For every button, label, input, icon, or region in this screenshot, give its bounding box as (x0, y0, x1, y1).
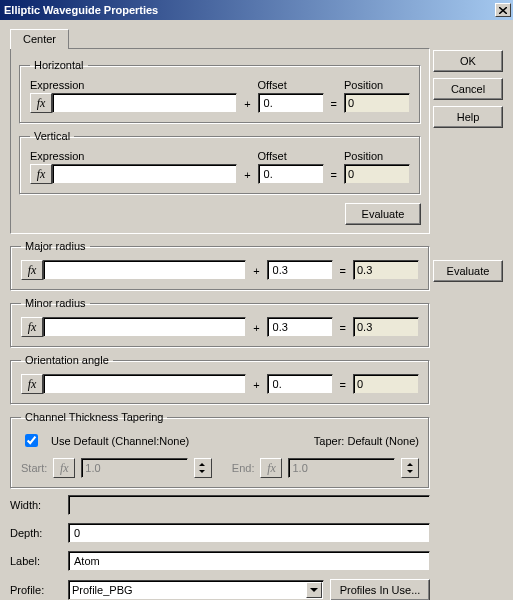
equals-op: = (337, 322, 349, 337)
tab-center[interactable]: Center (10, 29, 69, 49)
minor-result-output: 0.3 (353, 317, 419, 337)
end-step-button (401, 458, 419, 478)
channel-tapering-legend: Channel Thickness Tapering (21, 411, 167, 423)
close-icon (499, 7, 507, 14)
width-label: Width: (10, 499, 62, 511)
horiz-expr-label: Expression (30, 79, 237, 91)
start-step-button (194, 458, 212, 478)
updown-icon (407, 463, 414, 473)
vert-offset-label: Offset (258, 150, 324, 162)
equals-op: = (337, 379, 349, 394)
chevron-down-icon[interactable] (306, 582, 322, 598)
minor-radius-legend: Minor radius (21, 297, 90, 309)
fx-button[interactable]: fx (21, 260, 43, 280)
label-input[interactable] (68, 551, 430, 571)
fx-button[interactable]: fx (30, 93, 52, 113)
minor-offset-input[interactable] (267, 317, 333, 337)
end-input-disabled: 1.0 (288, 458, 395, 478)
fx-button-disabled: fx (260, 458, 282, 478)
width-output (68, 495, 430, 515)
horizontal-group: Horizontal Expression fx + Offset = (19, 59, 421, 124)
cancel-button[interactable]: Cancel (433, 78, 503, 100)
vertical-group: Vertical Expression fx + Offset = (19, 130, 421, 195)
fx-button[interactable]: fx (30, 164, 52, 184)
end-label: End: (232, 462, 255, 474)
minor-radius-group: Minor radius fx + = 0.3 (10, 297, 430, 348)
major-result-output: 0.3 (353, 260, 419, 280)
horiz-offset-input[interactable] (258, 93, 324, 113)
major-radius-group: Major radius fx + = 0.3 (10, 240, 430, 291)
profile-label: Profile: (10, 584, 62, 596)
evaluate-outer-button[interactable]: Evaluate (433, 260, 503, 282)
orient-expr-input[interactable] (43, 374, 246, 394)
plus-op: + (250, 265, 262, 280)
orient-result-output: 0 (353, 374, 419, 394)
vert-pos-output: 0 (344, 164, 410, 184)
updown-icon (199, 463, 206, 473)
profile-select[interactable]: Profile_PBG (68, 580, 324, 600)
ok-button[interactable]: OK (433, 50, 503, 72)
major-radius-legend: Major radius (21, 240, 90, 252)
profiles-in-use-button[interactable]: Profiles In Use... (330, 579, 430, 600)
evaluate-center-button[interactable]: Evaluate (345, 203, 421, 225)
major-offset-input[interactable] (267, 260, 333, 280)
equals-op: = (328, 169, 340, 184)
plus-op: + (241, 169, 253, 184)
fx-button-disabled: fx (53, 458, 75, 478)
start-label: Start: (21, 462, 47, 474)
plus-op: + (250, 322, 262, 337)
vert-offset-input[interactable] (258, 164, 324, 184)
orient-offset-input[interactable] (267, 374, 333, 394)
horiz-pos-output: 0 (344, 93, 410, 113)
use-default-label: Use Default (Channel:None) (51, 435, 189, 447)
fx-button[interactable]: fx (21, 317, 43, 337)
use-default-checkbox[interactable] (25, 434, 38, 447)
taper-label: Taper: Default (None) (314, 435, 419, 447)
help-button[interactable]: Help (433, 106, 503, 128)
minor-expr-input[interactable] (43, 317, 246, 337)
horiz-expr-input[interactable] (52, 93, 237, 113)
plus-op: + (250, 379, 262, 394)
vert-pos-label: Position (344, 150, 410, 162)
close-button[interactable] (495, 3, 511, 17)
major-expr-input[interactable] (43, 260, 246, 280)
horiz-offset-label: Offset (258, 79, 324, 91)
vertical-legend: Vertical (30, 130, 74, 142)
orientation-group: Orientation angle fx + = 0 (10, 354, 430, 405)
window-title: Elliptic Waveguide Properties (4, 4, 495, 16)
depth-input[interactable] (68, 523, 430, 543)
start-input-disabled: 1.0 (81, 458, 188, 478)
vert-expr-label: Expression (30, 150, 237, 162)
tab-bar: Center (10, 28, 430, 48)
depth-label: Depth: (10, 527, 62, 539)
orientation-legend: Orientation angle (21, 354, 113, 366)
vert-expr-input[interactable] (52, 164, 237, 184)
plus-op: + (241, 98, 253, 113)
channel-tapering-group: Channel Thickness Tapering Use Default (… (10, 411, 430, 489)
center-panel: Horizontal Expression fx + Offset = (10, 48, 430, 234)
horizontal-legend: Horizontal (30, 59, 88, 71)
equals-op: = (337, 265, 349, 280)
horiz-pos-label: Position (344, 79, 410, 91)
title-bar: Elliptic Waveguide Properties (0, 0, 513, 20)
label-label: Label: (10, 555, 62, 567)
fx-button[interactable]: fx (21, 374, 43, 394)
equals-op: = (328, 98, 340, 113)
